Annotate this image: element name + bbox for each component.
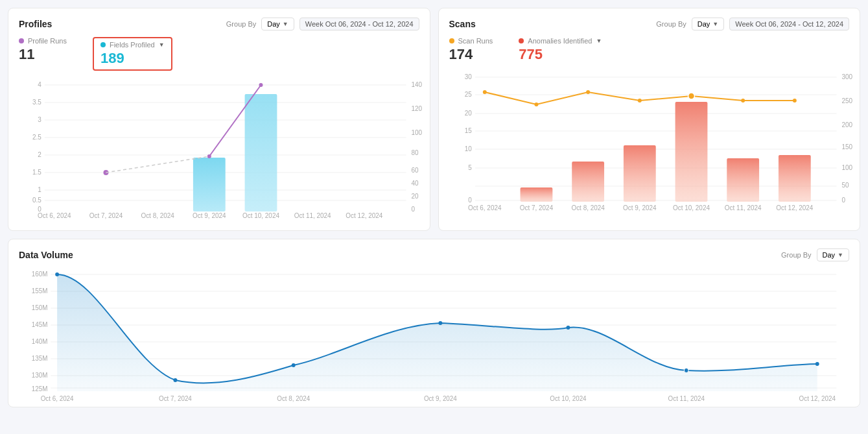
svg-text:80: 80 — [412, 149, 419, 156]
profiles-header: Profiles Group By Day ▼ Week Oct 06, 202… — [19, 18, 419, 30]
svg-point-75 — [534, 102, 538, 106]
profile-runs-metric: Profile Runs 11 — [19, 37, 67, 63]
svg-text:Oct 8, 2024: Oct 8, 2024 — [277, 395, 310, 402]
svg-rect-72 — [727, 158, 759, 202]
svg-rect-73 — [778, 155, 810, 202]
svg-text:20: 20 — [412, 193, 419, 200]
profiles-week-range: Week Oct 06, 2024 - Oct 12, 2024 — [299, 18, 419, 30]
profiles-groupby-dropdown[interactable]: Day ▼ — [261, 18, 294, 30]
svg-text:Oct 10, 2024: Oct 10, 2024 — [550, 395, 587, 402]
svg-point-80 — [792, 99, 796, 102]
scan-runs-value: 174 — [449, 46, 493, 63]
svg-text:0: 0 — [841, 197, 845, 204]
data-volume-title: Data Volume — [19, 250, 73, 260]
svg-text:10: 10 — [464, 145, 472, 152]
svg-text:Oct 10, 2024: Oct 10, 2024 — [672, 204, 709, 211]
svg-text:25: 25 — [464, 91, 472, 98]
svg-text:2.5: 2.5 — [32, 134, 41, 141]
fields-profiled-label: Fields Profiled — [110, 41, 155, 49]
svg-text:100: 100 — [412, 129, 423, 136]
svg-text:Oct 9, 2024: Oct 9, 2024 — [424, 395, 457, 402]
svg-text:Oct 6, 2024: Oct 6, 2024 — [468, 204, 502, 211]
scans-groupby-dropdown[interactable]: Day ▼ — [692, 18, 724, 30]
anomalies-metric: Anomalies Identified ▼ 775 — [519, 37, 602, 63]
scan-runs-dot — [449, 38, 454, 43]
svg-rect-71 — [675, 102, 707, 202]
anomalies-dot — [519, 38, 524, 43]
svg-point-76 — [586, 90, 590, 94]
scan-runs-label: Scan Runs — [458, 37, 493, 45]
scans-metrics: Scan Runs 174 Anomalies Identified ▼ 775 — [449, 37, 850, 63]
svg-text:0: 0 — [412, 206, 416, 213]
svg-text:Oct 11, 2024: Oct 11, 2024 — [294, 212, 331, 219]
svg-text:4: 4 — [38, 81, 41, 88]
svg-rect-70 — [623, 145, 655, 202]
svg-text:Oct 11, 2024: Oct 11, 2024 — [668, 395, 705, 402]
svg-text:40: 40 — [412, 180, 419, 187]
profile-runs-value: 11 — [19, 46, 67, 63]
svg-text:155M: 155M — [32, 287, 48, 295]
svg-text:60: 60 — [412, 167, 419, 174]
svg-point-77 — [637, 99, 641, 102]
svg-text:50: 50 — [841, 182, 849, 189]
svg-text:Oct 8, 2024: Oct 8, 2024 — [571, 204, 605, 211]
svg-text:20: 20 — [464, 110, 472, 117]
svg-text:135M: 135M — [32, 355, 48, 362]
chevron-down-icon: ▼ — [712, 21, 718, 27]
svg-point-106 — [292, 363, 296, 367]
svg-text:130M: 130M — [32, 372, 48, 379]
svg-text:120: 120 — [412, 105, 423, 112]
svg-point-37 — [207, 154, 211, 158]
top-row: Profiles Group By Day ▼ Week Oct 06, 202… — [8, 8, 860, 231]
svg-point-109 — [684, 368, 688, 373]
svg-point-107 — [438, 321, 442, 325]
svg-point-38 — [259, 83, 263, 87]
svg-text:150M: 150M — [32, 304, 48, 311]
svg-text:15: 15 — [464, 127, 472, 134]
profiles-groupby-label: Group By — [226, 20, 256, 28]
svg-text:Oct 12, 2024: Oct 12, 2024 — [776, 204, 813, 211]
scans-week-range: Week Oct 06, 2024 - Oct 12, 2024 — [729, 18, 849, 30]
svg-text:Oct 10, 2024: Oct 10, 2024 — [242, 212, 279, 219]
profiles-controls: Group By Day ▼ Week Oct 06, 2024 - Oct 1… — [226, 18, 419, 30]
fields-profiled-dot — [100, 42, 106, 47]
svg-text:0: 0 — [468, 197, 472, 204]
data-volume-panel: Data Volume Group By Day ▼ — [8, 239, 860, 407]
svg-text:Oct 7, 2024: Oct 7, 2024 — [89, 212, 123, 219]
svg-text:Oct 9, 2024: Oct 9, 2024 — [193, 212, 226, 219]
svg-text:160M: 160M — [32, 271, 48, 278]
svg-point-108 — [566, 326, 570, 330]
svg-rect-33 — [245, 94, 277, 211]
svg-text:3: 3 — [38, 116, 41, 123]
scans-groupby-label: Group By — [656, 20, 686, 28]
svg-text:2: 2 — [38, 151, 41, 158]
svg-text:30: 30 — [464, 73, 472, 80]
svg-point-110 — [815, 362, 819, 366]
svg-text:5: 5 — [468, 164, 472, 171]
svg-rect-32 — [193, 158, 226, 211]
data-volume-groupby-dropdown[interactable]: Day ▼ — [817, 248, 849, 261]
svg-text:Oct 7, 2024: Oct 7, 2024 — [159, 395, 192, 402]
svg-text:Oct 7, 2024: Oct 7, 2024 — [519, 204, 553, 211]
data-volume-chart: 160M 155M 150M 145M 140M 135M 130M 125M … — [19, 268, 849, 398]
data-volume-header: Data Volume Group By Day ▼ — [19, 248, 849, 261]
svg-text:Oct 6, 2024: Oct 6, 2024 — [41, 395, 74, 402]
svg-text:Oct 11, 2024: Oct 11, 2024 — [724, 204, 761, 211]
profiles-metrics: Profile Runs 11 Fields Profiled ▼ 189 — [19, 37, 419, 71]
profiles-panel: Profiles Group By Day ▼ Week Oct 06, 202… — [8, 8, 430, 231]
profiles-title: Profiles — [19, 19, 52, 29]
fields-profiled-chevron[interactable]: ▼ — [159, 42, 165, 48]
data-volume-controls: Group By Day ▼ — [781, 248, 849, 261]
data-volume-groupby-label: Group By — [781, 251, 811, 259]
anomalies-chevron[interactable]: ▼ — [596, 38, 602, 44]
svg-text:125M: 125M — [32, 385, 48, 392]
svg-point-104 — [55, 272, 59, 276]
chevron-down-icon: ▼ — [283, 21, 288, 27]
svg-text:0.5: 0.5 — [32, 197, 41, 204]
profiles-chart: 4 3.5 3 2.5 2 1.5 1 0.5 0 140 120 100 80… — [19, 78, 419, 221]
svg-text:140: 140 — [412, 81, 423, 88]
scans-controls: Group By Day ▼ Week Oct 06, 2024 - Oct 1… — [656, 18, 849, 30]
svg-text:100: 100 — [841, 164, 852, 171]
svg-point-105 — [173, 378, 177, 382]
svg-rect-68 — [520, 187, 552, 202]
